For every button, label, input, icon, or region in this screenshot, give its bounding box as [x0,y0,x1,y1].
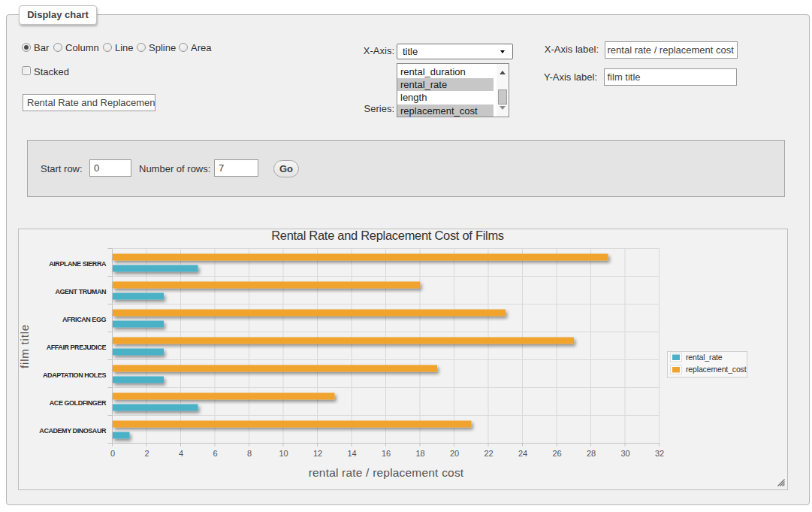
svg-text:4: 4 [179,449,183,458]
svg-text:AGENT TRUMAN: AGENT TRUMAN [55,288,106,295]
svg-text:28: 28 [587,449,596,458]
svg-text:24: 24 [518,449,527,458]
svg-text:18: 18 [415,449,424,458]
svg-text:16: 16 [382,449,391,458]
svg-text:12: 12 [313,449,322,458]
svg-text:0: 0 [110,449,115,458]
svg-text:26: 26 [552,449,561,458]
svg-text:14: 14 [347,449,356,458]
svg-text:ADAPTATION HOLES: ADAPTATION HOLES [43,371,106,379]
svg-text:AIRPLANE SIERRA: AIRPLANE SIERRA [49,260,107,268]
svg-text:film title: film title [18,324,31,368]
svg-text:rental_rate: rental_rate [686,353,723,362]
svg-text:10: 10 [279,449,288,458]
svg-text:ACADEMY DINOSAUR: ACADEMY DINOSAUR [39,427,107,435]
svg-text:rental rate / replacement cost: rental rate / replacement cost [309,466,464,479]
svg-text:2: 2 [144,449,149,458]
svg-text:ACE GOLDFINGER: ACE GOLDFINGER [50,399,107,407]
svg-text:AFRICAN EGG: AFRICAN EGG [62,316,106,323]
svg-text:22: 22 [484,449,493,458]
svg-text:AFFAIR PREJUDICE: AFFAIR PREJUDICE [47,344,107,351]
svg-text:20: 20 [450,449,459,458]
svg-text:8: 8 [247,449,252,458]
svg-text:32: 32 [655,449,664,458]
svg-text:Rental Rate and Replacement Co: Rental Rate and Replacement Cost of Film… [271,229,504,242]
svg-text:30: 30 [620,449,629,458]
svg-text:6: 6 [213,449,217,458]
svg-text:replacement_cost: replacement_cost [686,365,747,374]
